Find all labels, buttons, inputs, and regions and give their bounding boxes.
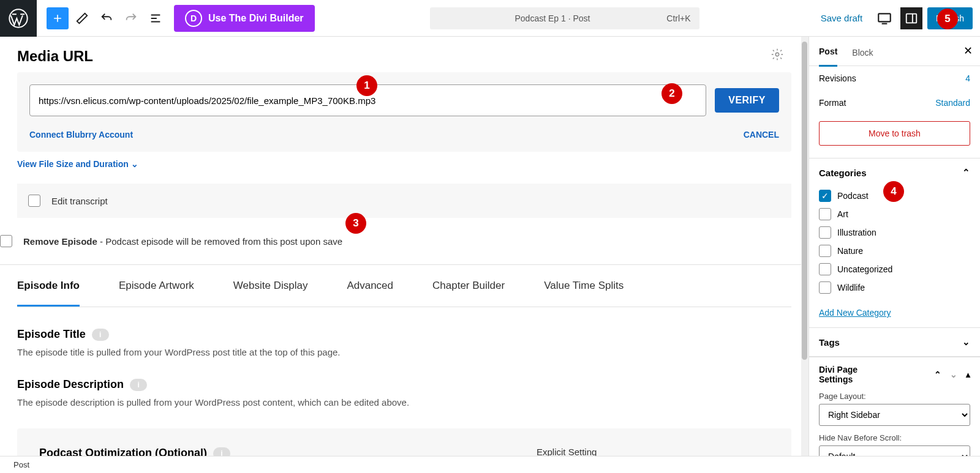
episode-title-description: The episode title is pulled from your Wo… [17,347,791,357]
tab-chapter-builder[interactable]: Chapter Builder [432,265,505,307]
connect-blubrry-link[interactable]: Connect Blubrry Account [29,130,133,140]
media-url-heading: Media URL [17,48,791,65]
checkbox-icon[interactable] [819,208,831,220]
checkbox-icon[interactable]: ✓ [819,190,831,202]
svg-rect-2 [907,13,917,23]
wordpress-logo[interactable] [0,0,37,37]
callout-3: 3 [345,213,366,234]
sidebar-tab-post[interactable]: Post [819,47,837,67]
tab-website-display[interactable]: Website Display [233,265,308,307]
checkbox-icon[interactable] [819,245,831,257]
undo-icon[interactable] [96,7,118,29]
preview-icon[interactable] [873,7,895,29]
chevron-up-icon: ⌃ [962,167,970,178]
sidebar-tab-block[interactable]: Block [852,48,873,66]
divi-builder-label: Use The Divi Builder [208,13,304,24]
chevron-up-icon[interactable]: ⌃ [934,370,941,379]
episode-description-text: The episode description is pulled from y… [17,397,791,408]
categories-list: ✓Podcast Art Illustration Nature Uncateg… [809,187,980,304]
revisions-label: Revisions [819,73,856,83]
breadcrumb-bar: Post [0,456,980,473]
episode-tabs: Episode Info Episode Artwork Website Dis… [17,265,791,307]
info-icon[interactable]: i [130,379,147,391]
page-layout-label: Page Layout: [819,392,866,401]
callout-2: 2 [662,83,682,104]
format-row[interactable]: Format Standard [809,91,980,115]
move-to-trash-button[interactable]: Move to trash [819,121,970,146]
revisions-row[interactable]: Revisions 4 [809,66,980,91]
tab-episode-artwork[interactable]: Episode Artwork [119,265,194,307]
chevron-down-icon[interactable]: ⌄ [950,370,957,379]
revisions-value: 4 [965,73,970,83]
save-draft-button[interactable]: Save draft [815,9,869,27]
callout-4: 4 [883,181,904,202]
breadcrumb-post[interactable]: Post [13,460,29,469]
format-label: Format [819,98,846,108]
checkbox-icon[interactable] [819,226,831,239]
triangle-up-icon[interactable]: ▴ [966,370,970,379]
info-icon[interactable]: i [92,329,109,341]
svg-point-3 [775,53,779,56]
tab-value-time-splits[interactable]: Value Time Splits [544,265,624,307]
doc-outline-icon[interactable] [145,7,167,29]
hide-nav-field: Hide Nav Before Scroll: Default [819,432,970,456]
settings-sidebar: Post Block ✕ Revisions 4 Format Standard… [809,37,980,456]
checkbox-icon[interactable] [819,281,831,294]
page-layout-select[interactable]: Right Sidebar [819,404,970,426]
hide-nav-select[interactable]: Default [819,445,970,456]
post-title-bar: Podcast Ep 1 · Post Ctrl+K [315,7,815,29]
shortcut-hint: Ctrl+K [666,13,690,23]
tab-advanced[interactable]: Advanced [347,265,393,307]
callout-5: 5 [937,9,958,29]
cancel-link[interactable]: CANCEL [744,130,779,140]
remove-episode-row: Remove Episode - Podcast episode will be… [0,235,809,265]
category-item-art[interactable]: Art [819,205,970,223]
divi-logo-icon: D [185,10,202,27]
post-title-text: Podcast Ep 1 · Post [515,13,590,23]
hide-nav-label: Hide Nav Before Scroll: [819,433,902,442]
settings-sidebar-toggle[interactable] [900,7,922,29]
edit-transcript-label: Edit transcript [51,196,108,206]
divi-settings-label: Divi Page Settings [819,365,892,384]
add-block-button[interactable] [47,7,69,29]
edit-transcript-checkbox[interactable] [28,195,40,207]
gear-icon[interactable] [771,48,784,61]
category-item-nature[interactable]: Nature [819,242,970,260]
episode-title-heading: Episode Title i [17,328,791,341]
edit-transcript-row: Edit transcript [17,184,791,218]
post-title-pill[interactable]: Podcast Ep 1 · Post Ctrl+K [430,7,699,29]
divi-builder-button[interactable]: D Use The Divi Builder [174,5,315,32]
close-icon[interactable]: ✕ [963,44,973,58]
divi-page-settings-panel: Divi Page Settings ⌃ ⌄ ▴ Page Layout: Ri… [809,357,980,456]
page-layout-field: Page Layout: Right Sidebar [819,390,970,426]
content-scrollbar[interactable] [801,37,809,456]
category-item-illustration[interactable]: Illustration [819,223,970,242]
checkbox-icon[interactable] [819,263,831,275]
episode-description-heading: Episode Description i [17,378,791,391]
chevron-down-icon: ⌄ [962,337,970,348]
explicit-setting-label: Explicit Setting [537,447,769,456]
optimization-panel: Podcast Optimization (Optional) i Explic… [17,428,791,456]
tags-panel-toggle[interactable]: Tags ⌄ [809,328,980,357]
tab-episode-info[interactable]: Episode Info [17,265,80,307]
remove-episode-checkbox[interactable] [0,235,12,247]
add-new-category-link[interactable]: Add New Category [809,304,980,327]
verify-button[interactable]: VERIFY [715,88,779,113]
podcast-optimization-heading: Podcast Optimization (Optional) i [39,447,230,456]
callout-1: 1 [356,75,377,96]
redo-icon[interactable] [120,7,142,29]
edit-icon[interactable] [71,7,93,29]
info-icon[interactable]: i [213,447,230,456]
svg-rect-1 [878,13,891,21]
sidebar-tabs: Post Block ✕ [809,37,980,66]
category-item-uncategorized[interactable]: Uncategorized [819,260,970,278]
top-toolbar: D Use The Divi Builder Podcast Ep 1 · Po… [0,0,980,37]
view-file-toggle[interactable]: View File Size and Duration ⌄ [17,159,791,169]
format-value: Standard [935,98,970,108]
remove-episode-text: Remove Episode - Podcast episode will be… [23,236,342,247]
category-item-wildlife[interactable]: Wildlife [819,278,970,297]
editor-content: Media URL VERIFY Connect Blubrry Account… [0,37,809,456]
